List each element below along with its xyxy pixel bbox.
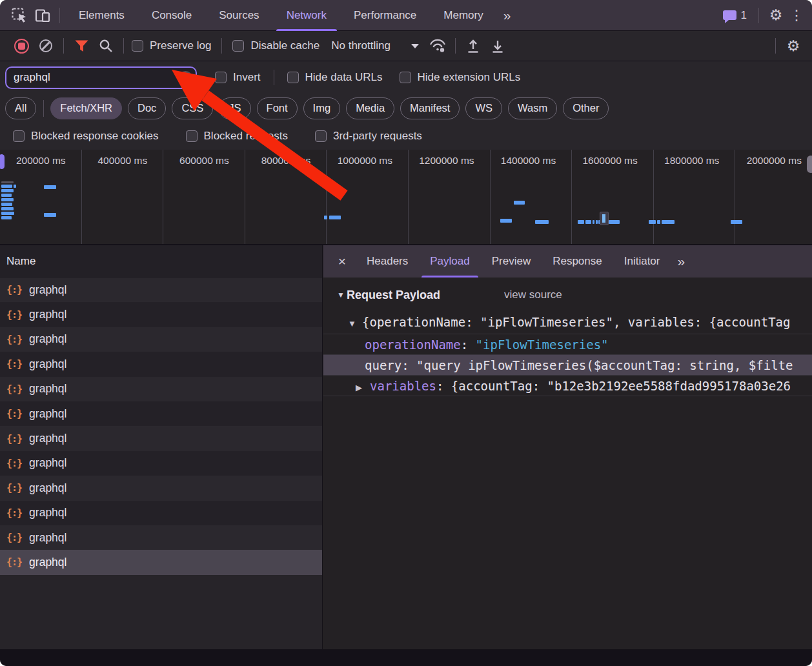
waterfall-bar (44, 185, 56, 189)
kebab-menu-icon[interactable]: ⋮ (787, 0, 806, 31)
waterfall-bar (324, 216, 327, 219)
detail-tab-initiator[interactable]: Initiator (613, 245, 671, 278)
network-conditions-icon[interactable] (425, 33, 450, 59)
json-request-icon: {:} (6, 383, 22, 395)
settings-gear-icon[interactable]: ⚙ (764, 0, 787, 31)
payload-row[interactable]: query: "query ipFlowTimeseries($accountT… (323, 355, 812, 376)
more-panels-icon[interactable]: » (497, 8, 518, 23)
name-column-header[interactable]: Name (0, 245, 322, 278)
disable-cache-checkbox[interactable]: Disable cache (232, 39, 320, 52)
expand-right-icon[interactable]: ▶ (356, 378, 370, 396)
chip-fetch-xhr[interactable]: Fetch/XHR (50, 97, 122, 119)
hide-data-urls-checkbox[interactable]: Hide data URLs (287, 71, 383, 84)
chip-js[interactable]: JS (219, 97, 250, 119)
checkbox[interactable] (186, 130, 198, 142)
payload-row[interactable]: ▼{operationName: "ipFlowTimeseries", var… (323, 312, 812, 334)
payload-row[interactable]: operationName: "ipFlowTimeseries" (323, 334, 812, 355)
request-details-panel: × HeadersPayloadPreviewResponseInitiator… (323, 245, 812, 649)
throttling-dropdown[interactable]: No throttling (331, 39, 419, 52)
chip-font[interactable]: Font (257, 97, 298, 119)
blocked-requests-checkbox[interactable]: Blocked requests (186, 130, 288, 143)
checkbox[interactable] (132, 40, 143, 52)
payload-row[interactable]: ▶variables: {accountTag: "b12e3b2192ee55… (323, 376, 812, 396)
tab-network[interactable]: Network (273, 0, 340, 31)
checkbox[interactable] (315, 130, 327, 142)
panel-tabs: ElementsConsoleSourcesNetworkPerformance… (65, 0, 497, 31)
overview-scroll-handle[interactable] (0, 154, 5, 169)
request-row[interactable]: {:}graphql (0, 327, 322, 352)
chip-other[interactable]: Other (563, 97, 609, 119)
network-overview: 200000 ms400000 ms600000 ms800000 ms1000… (0, 150, 812, 245)
clear-network-log-button[interactable] (34, 33, 58, 59)
checkbox[interactable] (13, 130, 25, 142)
tab-elements[interactable]: Elements (65, 0, 138, 31)
device-toolbar-icon[interactable] (31, 0, 54, 31)
checkbox[interactable] (400, 72, 411, 83)
tab-performance[interactable]: Performance (340, 0, 430, 31)
request-row[interactable]: {:}graphql (0, 302, 322, 327)
request-row[interactable]: {:}graphql (0, 377, 322, 401)
hide-extension-urls-checkbox[interactable]: Hide extension URLs (400, 71, 521, 84)
more-detail-tabs-icon[interactable]: » (671, 254, 691, 269)
detail-tab-response[interactable]: Response (542, 245, 613, 278)
search-icon[interactable] (94, 33, 118, 59)
request-row[interactable]: {:}graphql (0, 401, 322, 426)
collapse-section-icon[interactable]: ▼ (337, 290, 345, 299)
chip-ws[interactable]: WS (465, 97, 502, 119)
code-segment: : (461, 338, 476, 352)
divider (274, 70, 274, 85)
request-row[interactable]: {:}graphql (0, 525, 322, 550)
chip-media[interactable]: Media (346, 97, 394, 119)
chip-doc[interactable]: Doc (128, 97, 166, 119)
3rd-party-requests-checkbox[interactable]: 3rd-party requests (315, 130, 422, 143)
network-settings-gear-icon[interactable]: ⚙ (781, 33, 806, 59)
chip-manifest[interactable]: Manifest (400, 97, 460, 119)
request-row[interactable]: {:}graphql (0, 476, 322, 500)
request-list-panel: Name {:}graphql{:}graphql{:}graphql{:}gr… (0, 245, 323, 649)
inspect-element-icon[interactable] (8, 0, 31, 31)
devtools-tab-bar: ElementsConsoleSourcesNetworkPerformance… (0, 0, 812, 31)
expand-down-icon[interactable]: ▼ (348, 314, 362, 334)
issues-counter[interactable]: 1 (723, 9, 747, 22)
export-har-icon[interactable] (485, 33, 510, 59)
filter-funnel-icon[interactable] (69, 33, 94, 59)
json-request-icon: {:} (6, 284, 22, 296)
blocked-response-cookies-checkbox[interactable]: Blocked response cookies (13, 130, 159, 143)
request-row[interactable]: {:}graphql (0, 451, 322, 476)
request-row[interactable]: {:}graphql (0, 352, 322, 376)
preserve-log-checkbox[interactable]: Preserve log (132, 39, 211, 52)
detail-tab-preview[interactable]: Preview (481, 245, 542, 278)
devtools-window: ElementsConsoleSourcesNetworkPerformance… (0, 0, 812, 666)
invert-checkbox[interactable]: Invert (215, 71, 261, 84)
overview-scroll-thumb[interactable] (807, 156, 812, 173)
chip-css[interactable]: CSS (172, 97, 213, 119)
divider (455, 38, 456, 54)
checkbox[interactable] (287, 72, 299, 83)
record-network-log-button[interactable] (9, 33, 34, 59)
request-row[interactable]: {:}graphql (0, 426, 322, 450)
request-row[interactable]: {:}graphql (0, 501, 322, 525)
code-segment: "query ipFlowTimeseries($accountTag: str… (416, 358, 793, 372)
request-name: graphql (29, 456, 66, 470)
checkbox[interactable] (232, 40, 244, 52)
filter-input[interactable] (5, 66, 197, 89)
chip-all[interactable]: All (5, 97, 36, 119)
clear-filter-icon[interactable]: × (179, 71, 192, 85)
chip-wasm[interactable]: Wasm (508, 97, 557, 119)
detail-tab-payload[interactable]: Payload (419, 245, 480, 278)
tab-memory[interactable]: Memory (430, 0, 496, 31)
checkbox[interactable] (215, 72, 227, 83)
section-title: Request Payload (347, 288, 440, 302)
import-har-icon[interactable] (461, 33, 485, 59)
request-row[interactable]: {:}graphql (0, 550, 322, 574)
tab-console[interactable]: Console (138, 0, 205, 31)
code-segment: : {accountTag: "b12e3b2192ee5588fdad9951… (436, 379, 791, 393)
json-request-icon: {:} (6, 309, 22, 321)
chip-img[interactable]: Img (303, 97, 341, 119)
detail-tab-bar: × HeadersPayloadPreviewResponseInitiator… (323, 245, 812, 278)
view-source-link[interactable]: view source (504, 288, 562, 301)
close-icon[interactable]: × (329, 245, 356, 278)
request-row[interactable]: {:}graphql (0, 278, 322, 302)
detail-tab-headers[interactable]: Headers (356, 245, 419, 278)
tab-sources[interactable]: Sources (205, 0, 272, 31)
